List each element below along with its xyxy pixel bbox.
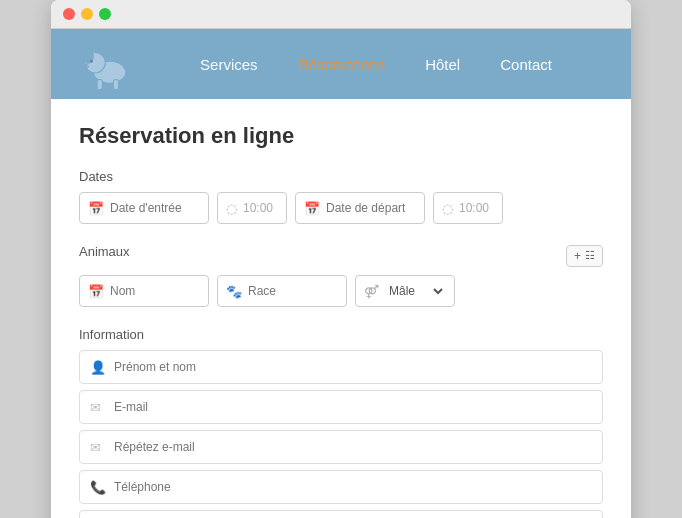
- phone-input[interactable]: [114, 480, 592, 494]
- navbar: Services Réservations Hôtel Contact: [51, 29, 631, 99]
- clock-icon: ◌: [226, 201, 237, 216]
- information-section: 👤 ✉ ✉ 📞 💬: [79, 350, 603, 518]
- titlebar: [51, 0, 631, 29]
- minimize-button[interactable]: [81, 8, 93, 20]
- depart-time-field[interactable]: ◌: [433, 192, 503, 224]
- depart-date-field[interactable]: 📅: [295, 192, 425, 224]
- fullname-input[interactable]: [114, 360, 592, 374]
- calendar-icon-3: 📅: [88, 284, 104, 299]
- app-window: Services Réservations Hôtel Contact Rése…: [51, 0, 631, 518]
- page-title: Réservation en ligne: [79, 123, 603, 149]
- animal-nom-input[interactable]: [110, 284, 200, 298]
- svg-rect-3: [97, 79, 102, 89]
- information-label: Information: [79, 327, 603, 342]
- email-input[interactable]: [114, 400, 592, 414]
- animal-race-input[interactable]: [248, 284, 338, 298]
- clock-icon-2: ◌: [442, 201, 453, 216]
- close-button[interactable]: [63, 8, 75, 20]
- add-animal-button[interactable]: + ☷: [566, 245, 603, 267]
- calendar-icon-2: 📅: [304, 201, 320, 216]
- email-repeat-field[interactable]: ✉: [79, 430, 603, 464]
- nav-reservations[interactable]: Réservations: [298, 56, 386, 73]
- animal-nom-field[interactable]: 📅: [79, 275, 209, 307]
- phone-icon: 📞: [90, 480, 106, 495]
- email-field[interactable]: ✉: [79, 390, 603, 424]
- plus-icon: +: [574, 249, 581, 263]
- fullname-field[interactable]: 👤: [79, 350, 603, 384]
- svg-point-5: [90, 59, 93, 62]
- email-repeat-icon: ✉: [90, 440, 106, 455]
- logo-icon: [76, 37, 136, 92]
- animal-race-field[interactable]: 🐾: [217, 275, 347, 307]
- animals-row: 📅 🐾 ⚤ Mâle Femelle: [79, 275, 603, 307]
- entry-date-field[interactable]: 📅: [79, 192, 209, 224]
- entry-time-field[interactable]: ◌: [217, 192, 287, 224]
- dates-row: 📅 ◌ 📅 ◌: [79, 192, 603, 224]
- logo: [71, 37, 141, 92]
- nav-services[interactable]: Services: [200, 56, 258, 73]
- dates-label: Dates: [79, 169, 603, 184]
- animaux-header: Animaux + ☷: [79, 244, 603, 267]
- gender-icon: ⚤: [364, 284, 379, 299]
- nav-hotel[interactable]: Hôtel: [425, 56, 460, 73]
- person-icon: 👤: [90, 360, 106, 375]
- entry-time-input[interactable]: [243, 201, 278, 215]
- email-icon: ✉: [90, 400, 106, 415]
- grid-icon: ☷: [585, 249, 595, 262]
- animal-gender-field[interactable]: ⚤ Mâle Femelle: [355, 275, 455, 307]
- svg-rect-4: [113, 79, 118, 89]
- main-content: Réservation en ligne Dates 📅 ◌ 📅 ◌ An: [51, 99, 631, 518]
- phone-field[interactable]: 📞: [79, 470, 603, 504]
- depart-time-input[interactable]: [459, 201, 494, 215]
- nav-links: Services Réservations Hôtel Contact: [141, 56, 611, 73]
- maximize-button[interactable]: [99, 8, 111, 20]
- calendar-icon: 📅: [88, 201, 104, 216]
- email-repeat-input[interactable]: [114, 440, 592, 454]
- entry-date-input[interactable]: [110, 201, 200, 215]
- animal-gender-select[interactable]: Mâle Femelle: [385, 283, 446, 299]
- animaux-label: Animaux: [79, 244, 130, 259]
- nav-contact[interactable]: Contact: [500, 56, 552, 73]
- whatsapp-field[interactable]: 💬: [79, 510, 603, 518]
- depart-date-input[interactable]: [326, 201, 416, 215]
- paw-icon: 🐾: [226, 284, 242, 299]
- svg-point-6: [84, 63, 88, 66]
